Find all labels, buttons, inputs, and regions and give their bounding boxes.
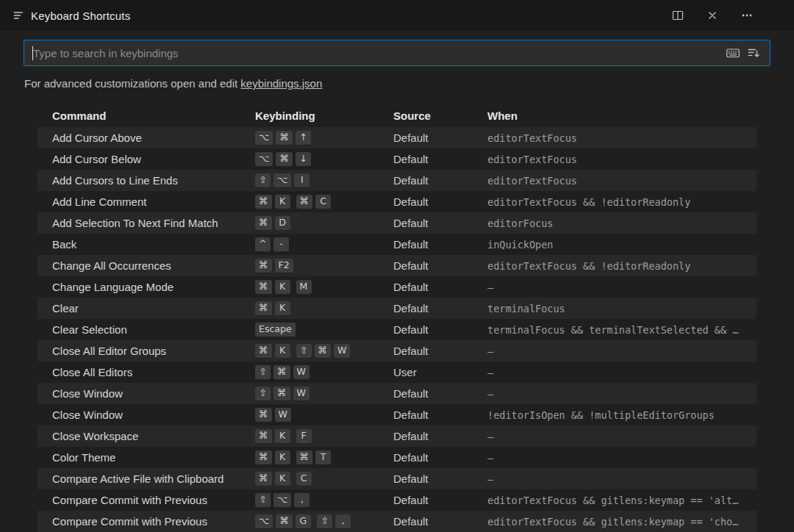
- key-chord: ⌘W: [255, 408, 291, 423]
- table-row[interactable]: Compare Commit with Previous ⇧⌥, Default…: [37, 489, 757, 511]
- key-badge: K: [275, 195, 290, 209]
- keyboard-icon[interactable]: [723, 43, 743, 62]
- key-badge: T: [315, 450, 331, 465]
- keybinding-cell: ⌘W: [255, 408, 393, 423]
- key-chord: ⌘C: [296, 195, 332, 209]
- close-icon[interactable]: [702, 5, 723, 26]
- table-body: Add Cursor Above ⌥⌘↑ Default editorTextF…: [37, 127, 757, 532]
- split-editor-icon[interactable]: [668, 5, 688, 26]
- command-cell: Change Language Mode: [52, 281, 255, 293]
- keybinding-cell: ⌘K: [255, 301, 393, 316]
- key-chord: ⌘K: [255, 429, 290, 444]
- key-chord: ⌘D: [255, 216, 290, 231]
- keybinding-cell: ⇧⌘W: [255, 365, 393, 380]
- key-badge: ⇧: [255, 173, 271, 188]
- search-box[interactable]: [24, 40, 770, 66]
- table-row[interactable]: Add Cursor Below ⌥⌘↓ Default editorTextF…: [37, 148, 757, 170]
- table-row[interactable]: Add Line Comment ⌘K⌘C Default editorText…: [37, 191, 757, 212]
- table-row[interactable]: Change Language Mode ⌘KM Default —: [37, 276, 757, 298]
- source-cell: Default: [393, 281, 487, 293]
- key-badge: I: [294, 173, 310, 188]
- key-badge: ⇧: [317, 514, 332, 529]
- table-row[interactable]: Back ^- Default inQuickOpen: [37, 234, 757, 255]
- help-text: For advanced customizations open and edi…: [24, 76, 770, 91]
- key-badge: ⌘: [276, 131, 293, 145]
- key-badge: K: [275, 280, 290, 295]
- col-header-when: When: [487, 109, 757, 122]
- key-chord: ⌘K: [255, 280, 290, 295]
- key-chord: ⇧,: [317, 514, 351, 529]
- key-badge: ⌘: [276, 152, 293, 167]
- command-cell: Color Theme: [52, 451, 255, 464]
- key-chord: C: [296, 472, 312, 486]
- key-badge: K: [275, 429, 290, 444]
- when-cell: editorTextFocus: [487, 175, 757, 187]
- key-chord: ⌘T: [296, 450, 332, 465]
- key-badge: G: [296, 514, 311, 529]
- command-cell: Close All Editors: [52, 366, 255, 378]
- keybindings-json-link[interactable]: keybindings.json: [240, 77, 322, 90]
- table-row[interactable]: Add Selection To Next Find Match ⌘D Defa…: [37, 212, 757, 234]
- command-cell: Clear: [52, 302, 255, 314]
- when-cell: —: [487, 473, 757, 485]
- key-badge: ↑: [296, 131, 311, 145]
- source-cell: Default: [393, 494, 487, 506]
- key-badge: ⇧: [255, 387, 271, 401]
- source-cell: Default: [393, 345, 487, 357]
- key-badge: ⌘: [255, 429, 272, 444]
- command-cell: Compare Commit with Previous: [52, 494, 255, 506]
- key-chord: ⌥⌘↓: [255, 152, 311, 167]
- table-row[interactable]: Compare Active File with Clipboard ⌘KC D…: [37, 468, 757, 489]
- table-row[interactable]: Close Workspace ⌘KF Default —: [37, 425, 757, 447]
- table-row[interactable]: Add Cursors to Line Ends ⇧⌥I Default edi…: [37, 170, 757, 191]
- key-chord: ⌘K: [255, 301, 290, 316]
- table-row[interactable]: Close Window ⌘W Default !editorIsOpen &&…: [37, 404, 757, 425]
- keybinding-cell: Escape: [255, 323, 393, 337]
- source-cell: User: [393, 366, 487, 378]
- key-chord: ⇧⌥,: [255, 493, 310, 508]
- table-row[interactable]: Close All Editor Groups ⌘K⇧⌘W Default —: [37, 340, 757, 362]
- table-row[interactable]: Close Window ⇧⌘W Default —: [37, 383, 757, 404]
- keybinding-cell: ⌥⌘G⇧,: [255, 514, 393, 529]
- search-input[interactable]: [33, 47, 723, 60]
- key-badge: ,: [335, 514, 351, 529]
- command-cell: Close Window: [52, 387, 255, 400]
- command-cell: Add Cursor Below: [52, 153, 255, 165]
- key-chord: ⌘F2: [255, 259, 293, 273]
- sort-by-precedence-icon[interactable]: [743, 43, 764, 62]
- col-header-keybinding: Keybinding: [255, 109, 393, 122]
- command-cell: Back: [52, 238, 255, 251]
- when-cell: editorTextFocus: [487, 154, 757, 165]
- when-cell: —: [487, 367, 757, 378]
- key-chord: Escape: [255, 323, 296, 337]
- key-badge: ⌘: [273, 387, 290, 401]
- key-chord: M: [296, 280, 312, 295]
- key-badge: K: [275, 344, 290, 359]
- key-badge: ⌘: [276, 514, 293, 529]
- key-badge: Escape: [255, 323, 296, 337]
- key-badge: F: [296, 429, 312, 444]
- source-cell: Default: [393, 515, 487, 528]
- table-row[interactable]: Close All Editors ⇧⌘W User —: [37, 362, 757, 383]
- keybinding-cell: ⇧⌥I: [255, 173, 393, 188]
- key-badge: ⌘: [255, 216, 272, 231]
- table-row[interactable]: Change All Occurrences ⌘F2 Default edito…: [37, 255, 757, 276]
- more-actions-icon[interactable]: [737, 5, 757, 26]
- table-row[interactable]: Clear Selection Escape Default terminalF…: [37, 319, 757, 340]
- titlebar: Keyboard Shortcuts: [0, 0, 794, 31]
- keybinding-cell: ⌘D: [255, 216, 393, 231]
- source-cell: Default: [393, 409, 487, 421]
- when-cell: terminalFocus: [487, 303, 757, 314]
- key-badge: ⇧: [255, 493, 271, 508]
- table-header: Command Keybinding Source When: [37, 104, 757, 127]
- when-cell: editorTextFocus && !editorReadonly: [487, 196, 757, 208]
- key-badge: ⌘: [296, 195, 313, 209]
- source-cell: Default: [393, 451, 487, 464]
- key-badge: D: [275, 216, 290, 231]
- table-row[interactable]: Compare Commit with Previous ⌥⌘G⇧, Defau…: [37, 511, 757, 532]
- keybinding-cell: ⇧⌥,: [255, 493, 393, 508]
- command-cell: Add Cursor Above: [52, 132, 255, 144]
- table-row[interactable]: Color Theme ⌘K⌘T Default —: [37, 447, 757, 468]
- table-row[interactable]: Clear ⌘K Default terminalFocus: [37, 298, 757, 319]
- table-row[interactable]: Add Cursor Above ⌥⌘↑ Default editorTextF…: [37, 127, 757, 148]
